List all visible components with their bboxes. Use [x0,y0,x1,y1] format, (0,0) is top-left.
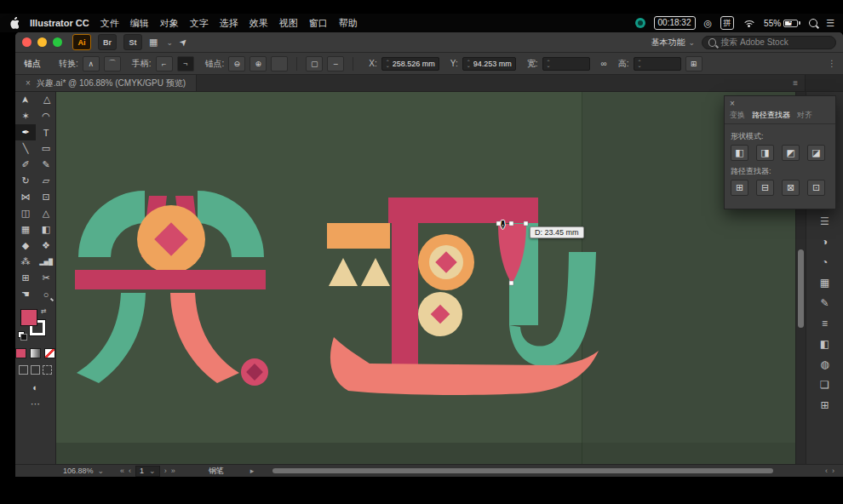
artboards-panel-icon[interactable]: ⊞ [815,399,835,411]
xing-horizontal-bar[interactable] [75,270,266,289]
dash-button[interactable]: ‒ [327,56,344,72]
draw-behind-icon[interactable] [31,365,40,375]
recording-icon[interactable] [635,18,645,28]
eyedropper-tool[interactable]: ◆ [15,238,36,254]
workspace-switcher[interactable]: 基本功能 ⌄ [651,37,695,49]
horizontal-scrollbar[interactable] [261,467,817,474]
tab-transform[interactable]: 变换 [730,110,745,121]
tab-close-icon[interactable]: × [26,78,31,88]
horizontal-scroll-thumb[interactable] [272,468,773,473]
x-position-stepper[interactable]: ⌃⌄ 258.526 mm [381,57,439,71]
tab-bar-menu-icon[interactable]: ≡ [786,78,805,88]
remove-anchor-button[interactable]: ⊖ [228,56,245,72]
transform-options-button[interactable]: ⊞ [685,56,702,72]
fill-swatch[interactable] [20,309,37,326]
layers-panel-icon[interactable]: ❏ [815,379,835,391]
menu-window[interactable]: 窗口 [309,17,328,30]
intersect-button[interactable]: ◩ [782,145,800,161]
panel-close-icon[interactable]: × [730,100,735,108]
add-anchor-button[interactable]: ⊕ [249,56,267,72]
hand-tool[interactable]: ☚ [15,286,36,302]
app-menu-title[interactable]: Illustrator CC [30,18,89,28]
transparency-panel-icon[interactable]: ◍ [815,358,835,370]
stepper-arrows-icon[interactable]: ⌃⌄ [467,60,471,67]
pen-tool[interactable]: ✒ [15,124,36,140]
properties-panel-icon[interactable]: ☰ [815,215,835,227]
qu-vertical-bar[interactable] [392,223,418,366]
close-window-button[interactable] [22,37,32,47]
edit-toolbar-icon[interactable]: ⋯ [31,398,40,410]
gradient-tool[interactable]: ◧ [36,221,56,238]
isolate-selection-button[interactable]: ▢ [306,56,323,72]
menu-object[interactable]: 对象 [160,17,179,30]
gradient-button[interactable] [30,348,41,358]
stock-search-box[interactable] [702,36,836,49]
free-transform-tool[interactable]: ⊡ [36,189,56,205]
menu-edit[interactable]: 编辑 [130,17,149,30]
control-center-icon[interactable]: ☰ [826,18,834,29]
perspective-grid-tool[interactable]: △ [36,205,56,221]
menu-effect[interactable]: 效果 [249,17,268,30]
timer-badge[interactable]: 00:18:32 [654,16,696,30]
hide-handles-button[interactable]: ¬ [177,56,194,72]
scroll-left-icon[interactable]: ▸ [250,467,255,475]
height-stepper[interactable]: ⌃⌄ [634,57,681,71]
tab-align[interactable]: 对齐 [797,110,812,121]
pencil-tool[interactable]: ✎ [36,157,56,173]
type-tool[interactable]: T [36,124,56,140]
merge-button[interactable]: ⊠ [782,180,800,196]
menu-file[interactable]: 文件 [100,17,119,30]
width-stepper[interactable]: ⌃⌄ [542,57,590,71]
constrain-proportions-icon[interactable]: ∞ [601,59,607,68]
battery-indicator[interactable]: 55% ϟ [764,19,800,28]
trim-button[interactable]: ⊟ [756,180,774,196]
mesh-tool[interactable]: ▦ [15,221,36,238]
control-bar-menu-icon[interactable]: ⋮ [828,59,834,68]
first-artboard-icon[interactable]: « [120,467,124,475]
brushes-panel-icon[interactable]: ✎ [815,297,835,309]
convert-smooth-button[interactable]: ⌒ [104,56,121,72]
shape-builder-tool[interactable]: ◫ [15,205,36,221]
swatches-panel-icon[interactable]: ▦ [815,277,835,289]
zoom-window-button[interactable] [53,37,62,47]
color-guide-panel-icon[interactable]: ◔ [815,256,835,268]
artboard-tool[interactable]: ⊞ [15,270,36,286]
scale-tool[interactable]: ▱ [36,173,56,189]
menu-view[interactable]: 视图 [279,17,298,30]
share-icon[interactable]: ➤ [177,36,191,49]
stroke-panel-icon[interactable]: ≡ [815,318,835,329]
width-tool[interactable]: ⋈ [15,189,36,205]
rectangle-tool[interactable]: ▭ [36,140,56,157]
stock-button[interactable]: St [123,34,142,50]
slice-tool[interactable]: ✂ [36,270,56,286]
prev-artboard-icon[interactable]: ‹ [129,467,131,475]
qu-orange-block[interactable] [327,223,390,249]
minimize-window-button[interactable] [37,37,47,47]
swap-fill-stroke-icon[interactable]: ⇄ [41,307,47,315]
none-button[interactable] [44,348,55,358]
zoom-level-dropdown[interactable]: 106.88% ⌄ [63,467,104,475]
apple-menu[interactable] [9,17,19,29]
anchor-point[interactable] [524,221,528,226]
minus-front-button[interactable]: ◨ [756,145,774,161]
column-graph-tool[interactable]: ▂▅█ [36,254,56,270]
scroll-left-chevron-icon[interactable]: ‹ [825,467,828,475]
color-button[interactable] [15,348,26,358]
vertical-scroll-thumb[interactable] [798,249,804,328]
qu-top-bar[interactable] [388,198,538,223]
exclude-button[interactable]: ◪ [807,145,825,161]
tab-pathfinder[interactable]: 路径查找器 [752,110,790,121]
paintbrush-tool[interactable]: ✐ [15,157,36,173]
document-tab[interactable]: × 兴趣.ai* @ 106.88% (CMYK/GPU 预览) [15,75,197,91]
magic-wand-tool[interactable]: ✶ [15,108,36,124]
draw-normal-icon[interactable] [19,365,28,375]
zoom-tool[interactable]: ○ [36,286,56,302]
divide-button[interactable]: ⊞ [731,180,748,196]
artboard-number-dropdown[interactable]: 1 ⌄ [135,466,160,477]
cut-path-button[interactable] [271,56,288,72]
screen-mode-icon[interactable]: ◐ [32,382,38,392]
blend-tool[interactable]: ❖ [36,238,56,254]
selection-tool[interactable]: ➤ [15,92,36,108]
scroll-right-chevron-icon[interactable]: › [832,467,834,475]
lasso-tool[interactable]: ◠ [36,108,56,124]
